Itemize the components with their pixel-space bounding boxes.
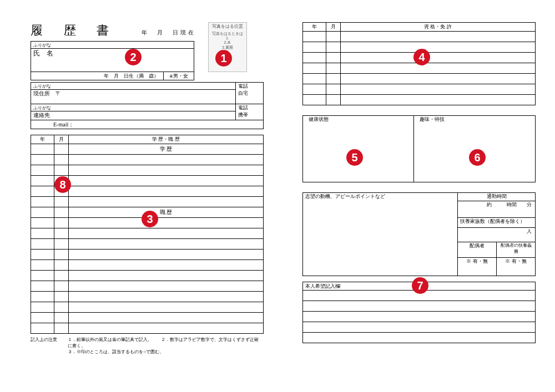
gender-mark: ※ (169, 74, 173, 79)
table-cell (31, 176, 54, 186)
table-cell (303, 32, 326, 42)
history-block: 年 月 学 歴・職 歴 学 歴 職 歴 (31, 135, 264, 334)
table-cell (31, 281, 54, 292)
table-cell (69, 271, 264, 281)
table-cell (341, 74, 536, 84)
table-cell (31, 239, 54, 250)
table-cell (303, 42, 326, 53)
hist-col-detail: 学 歴・職 歴 (69, 135, 264, 144)
phone-label-1: 電話 (238, 83, 261, 90)
table-cell (31, 302, 54, 313)
table-cell (303, 63, 326, 74)
table-cell (326, 84, 341, 95)
table-cell (69, 302, 264, 313)
table-cell (303, 322, 536, 333)
table-cell (303, 333, 536, 343)
address-block: ふりがな 電話 自宅 現住所 〒 ふりがな 電話 携帯 連絡先 E-mail： (31, 82, 264, 129)
table-cell (54, 313, 69, 323)
table-cell (326, 95, 341, 105)
health-label: 健康状態 (303, 116, 414, 124)
photo-caption: 写真をはる位置 (210, 24, 245, 29)
table-cell (341, 32, 536, 42)
table-cell (31, 207, 54, 218)
edu-heading: 学 歴 (69, 144, 264, 155)
home-label: 自宅 (238, 90, 261, 97)
addr-furigana-2: ふりがな (31, 104, 236, 111)
right-page: 年 月 資 格・免 許 健康状態 趣味・特技 志望の動機、アピールポイントなど … (302, 22, 536, 343)
table-cell (69, 250, 264, 260)
table-cell (54, 302, 69, 313)
spouse-duty-label: 配偶者の扶養義務 (497, 242, 536, 257)
marker-1: 1 (215, 50, 232, 67)
entry-notes: 記入上の注意 １．鉛筆以外の黒又は青の筆記具で記入。 ２．数字はアラビア数字で、… (31, 337, 264, 355)
table-cell (31, 271, 54, 281)
date-line: 年 月 日現在 (142, 29, 196, 37)
table-cell (31, 292, 54, 302)
table-cell (54, 281, 69, 292)
commute-value: 約 時間 分 (458, 201, 536, 218)
motives-block: 志望の動機、アピールポイントなど 通勤時間 約 時間 分 扶養家族数（配偶者を除… (302, 192, 536, 276)
table-cell (31, 165, 54, 176)
email-label: E-mail： (31, 120, 264, 129)
commute-label: 通勤時間 (458, 193, 536, 201)
name-label: 氏 名 (31, 49, 194, 72)
table-cell (326, 53, 341, 63)
table-cell (69, 281, 264, 292)
mobile-label: 携帯 (238, 111, 261, 119)
marker-6: 6 (469, 149, 486, 166)
table-cell (54, 207, 69, 218)
table-cell (54, 292, 69, 302)
table-cell (69, 313, 264, 323)
table-cell (31, 250, 54, 260)
table-cell (303, 74, 326, 84)
name-block: ふりがな 氏 名 年 月 日生（満 歳） ※男・女 (31, 41, 194, 80)
table-cell (69, 155, 264, 165)
marker-7: 7 (412, 277, 428, 294)
notes-label: 記入上の注意 (31, 337, 67, 343)
table-cell (303, 84, 326, 95)
notes-line-1: １．鉛筆以外の黒又は青の筆記具で記入。 ２．数字はアラビア数字で、文字はくずさず… (68, 337, 259, 348)
table-cell (54, 260, 69, 271)
table-cell (341, 42, 536, 53)
work-heading: 職 歴 (69, 207, 264, 218)
table-cell (69, 239, 264, 250)
health-hobby-block: 健康状態 趣味・特技 (302, 115, 536, 182)
table-cell (69, 228, 264, 239)
spouse-choice-1: ※ 有・無 (458, 257, 497, 276)
current-address: 現住所 〒 (31, 90, 236, 104)
table-cell (54, 197, 69, 207)
table-cell (303, 312, 536, 322)
birth-line: 年 月 日生（満 歳） (31, 72, 164, 80)
marker-8: 8 (54, 176, 71, 193)
qual-col-year: 年 (303, 23, 326, 32)
table-cell (54, 323, 69, 334)
table-cell (54, 239, 69, 250)
table-cell (69, 186, 264, 197)
table-cell (69, 197, 264, 207)
table-cell (31, 186, 54, 197)
table-cell (69, 176, 264, 186)
table-cell (341, 63, 536, 74)
qual-col-month: 月 (326, 23, 341, 32)
table-cell (31, 323, 54, 334)
contact-address: 連絡先 (31, 111, 236, 120)
table-cell (54, 250, 69, 260)
table-cell (54, 228, 69, 239)
table-cell (54, 144, 69, 155)
spouse-choice-2: ※ 有・無 (497, 257, 536, 276)
photo-note: 写真をはるときは 1. 2.本 3.裏面 (212, 32, 243, 49)
motive-label: 志望の動機、アピールポイントなど (303, 193, 458, 201)
marker-4: 4 (413, 49, 430, 65)
motive-body (303, 201, 458, 276)
table-cell (31, 197, 54, 207)
qual-col-detail: 資 格・免 許 (341, 23, 536, 32)
hist-col-month: 月 (54, 135, 69, 144)
table-cell (69, 260, 264, 271)
table-cell (31, 218, 54, 228)
table-cell (54, 155, 69, 165)
addr-furigana-1: ふりがな (31, 83, 236, 90)
table-cell (31, 228, 54, 239)
table-cell (303, 95, 326, 105)
notes-line-2: ３．※印のところは、該当するものを○で囲む。 (68, 349, 164, 354)
phone-label-2: 電話 (238, 104, 261, 111)
